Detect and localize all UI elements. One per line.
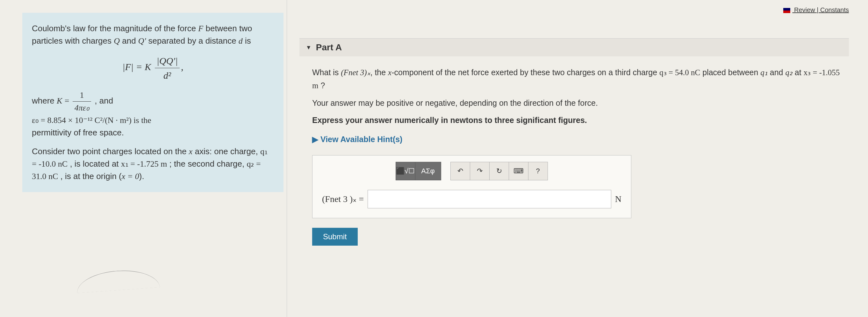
answer-line: (Fnet 3 )ₓ = N — [322, 190, 621, 209]
equation-toolbar: ⬛√☐ ΑΣφ ↶ ↷ ↻ ⌨ ? — [322, 162, 621, 180]
keyboard-button[interactable]: ⌨ — [509, 162, 528, 180]
redo-button[interactable]: ↷ — [470, 162, 490, 180]
part-a-body: What is (Fnet 3)ₓ, the x-component of th… — [300, 56, 849, 252]
part-a-header[interactable]: ▼ Part A — [300, 38, 849, 56]
review-link[interactable]: Review — [794, 6, 815, 13]
undo-button[interactable]: ↶ — [451, 162, 470, 180]
flag-icon — [783, 8, 790, 13]
permittivity-line: permittivity of free space. — [32, 126, 274, 139]
question-panel: ▼ Part A What is (Fnet 3)ₓ, the x-compon… — [300, 38, 849, 252]
help-button[interactable]: ? — [528, 162, 548, 180]
answer-box: ⬛√☐ ΑΣφ ↶ ↷ ↻ ⌨ ? (Fnet 3 )ₓ = N — [312, 155, 631, 218]
header-links: Review | Constants — [783, 6, 849, 14]
answer-label: (Fnet 3 )ₓ = — [322, 192, 364, 207]
constants-link[interactable]: Constants — [820, 6, 849, 13]
template-button[interactable]: ⬛√☐ — [396, 162, 415, 180]
submit-button[interactable]: Submit — [312, 228, 358, 246]
main-formula: |F| = K |QQ′| d² , — [32, 54, 274, 83]
view-hints-link[interactable]: ▶ View Available Hint(s) — [312, 133, 842, 146]
greek-button[interactable]: ΑΣφ — [415, 162, 441, 180]
eps0-line: ε₀ = 8.854 × 10⁻¹² C²/(N · m²) is the — [32, 114, 274, 126]
reset-button[interactable]: ↻ — [489, 162, 509, 180]
direction-note: Your answer may be positive or negative,… — [312, 97, 842, 109]
intro-paragraph: Coulomb's law for the magnitude of the f… — [32, 22, 274, 47]
question-text: What is (Fnet 3)ₓ, the x-component of th… — [312, 66, 842, 92]
problem-statement-panel: Coulomb's law for the magnitude of the f… — [22, 13, 283, 192]
vertical-divider — [287, 0, 287, 317]
decorative-curve — [76, 268, 160, 293]
answer-instruction: Express your answer numerically in newto… — [312, 114, 842, 126]
charges-paragraph: Consider two point charges located on th… — [32, 145, 274, 183]
k-definition: where K = 1 4πε₀ , and — [32, 89, 274, 114]
answer-input[interactable] — [368, 190, 611, 209]
chevron-down-icon: ▼ — [306, 44, 312, 51]
answer-unit: N — [615, 192, 621, 207]
part-title: Part A — [316, 42, 342, 53]
